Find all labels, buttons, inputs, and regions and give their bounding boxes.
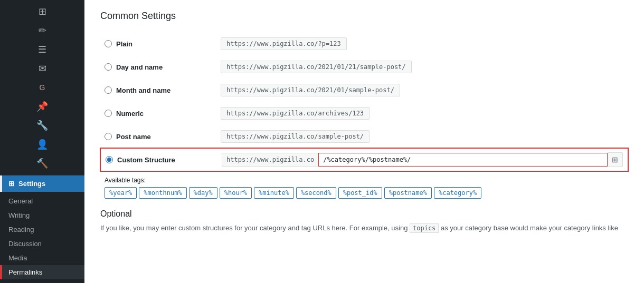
table-row: Month and name https://www.pigzilla.co/2… [100,79,628,102]
custom-structure-radio[interactable] [106,156,113,163]
sidebar-icon-tools[interactable]: 📌 [0,97,84,116]
optional-text: If you like, you may enter custom struct… [100,223,628,234]
available-tags-section: Available tags: %year%%monthnum%%day%%ho… [100,177,628,199]
plain-radio[interactable] [105,40,112,47]
optional-title: Optional [100,209,628,219]
sidebar-icon-wrench[interactable]: 👤 [0,135,84,154]
tag-button[interactable]: %minute% [254,187,294,199]
custom-structure-label[interactable]: Custom Structure [106,156,211,164]
common-settings-title: Common Settings [100,11,628,22]
sidebar-icon-comments[interactable]: ✉ [0,59,84,78]
tag-button[interactable]: %day% [189,187,217,199]
tag-button[interactable]: %monthnum% [139,187,186,199]
tag-button[interactable]: %year% [105,187,137,199]
numeric-option-label[interactable]: Numeric [105,110,212,118]
table-row: Day and name https://www.pigzilla.co/202… [100,55,628,79]
optional-code: topics [410,223,439,233]
custom-url-expand-button[interactable]: ⊞ [608,152,623,167]
post-name-radio[interactable] [105,133,112,140]
table-row: Post name https://www.pigzilla.co/sample… [100,125,628,148]
table-row: Numeric https://www.pigzilla.co/archives… [100,102,628,125]
submenu-general[interactable]: General [0,194,84,208]
settings-menu-item[interactable]: ⊞ Settings [0,175,84,192]
numeric-radio[interactable] [105,110,112,117]
sidebar: ⊞ ✏ ☰ ✉ G 📌 🔧 👤 🔨 ⊞ Settings General Wri… [0,0,84,283]
custom-url-input[interactable] [318,153,608,167]
custom-url-prefix: https://www.pigzilla.co [222,153,318,167]
submenu-writing[interactable]: Writing [0,208,84,222]
table-row: Plain https://www.pigzilla.co/?p=123 [100,32,628,55]
settings-submenu: General Writing Reading Discussion Media… [0,192,84,281]
day-name-url: https://www.pigzilla.co/2021/01/21/sampl… [221,61,412,73]
post-name-url: https://www.pigzilla.co/sample-post/ [221,130,370,143]
tag-button[interactable]: %category% [434,187,481,199]
numeric-url: https://www.pigzilla.co/archives/123 [221,107,370,120]
submenu-media[interactable]: Media [0,251,84,265]
month-name-radio[interactable] [105,86,112,94]
sidebar-icons: ⊞ ✏ ☰ ✉ G 📌 🔧 👤 🔨 [0,0,84,175]
tags-list: %year%%monthnum%%day%%hour%%minute%%seco… [105,187,628,199]
plain-option-label[interactable]: Plain [105,40,212,48]
permalink-options-table: Plain https://www.pigzilla.co/?p=123 Day… [100,32,628,171]
submenu-reading[interactable]: Reading [0,222,84,237]
sidebar-icon-dashboard[interactable]: ⊞ [0,2,84,21]
submenu-discussion[interactable]: Discussion [0,237,84,251]
custom-structure-row: Custom Structure https://www.pigzilla.co… [100,148,628,171]
tag-button[interactable]: %hour% [220,187,252,199]
custom-url-wrapper: https://www.pigzilla.co ⊞ [222,152,623,167]
available-tags-label: Available tags: [105,177,628,184]
main-content: Common Settings Plain https://www.pigzil… [84,0,644,283]
tag-button[interactable]: %post_id% [338,187,382,199]
day-name-option-label[interactable]: Day and name [105,63,212,71]
post-name-option-label[interactable]: Post name [105,133,212,141]
tag-button[interactable]: %postname% [384,187,432,199]
sidebar-icon-plugins[interactable]: G [0,78,84,97]
sidebar-icon-more[interactable]: 🔨 [0,154,84,173]
settings-grid-icon: ⊞ [8,180,14,188]
submenu-permalinks[interactable]: Permalinks [0,265,84,279]
sidebar-icon-posts[interactable]: ✏ [0,21,84,40]
sidebar-icon-pages[interactable]: ☰ [0,40,84,59]
sidebar-icon-users[interactable]: 🔧 [0,116,84,135]
tag-button[interactable]: %second% [296,187,336,199]
plain-url: https://www.pigzilla.co/?p=123 [221,37,347,50]
settings-label: Settings [18,180,45,188]
month-name-option-label[interactable]: Month and name [105,86,212,94]
day-name-radio[interactable] [105,63,112,71]
month-name-url: https://www.pigzilla.co/2021/01/sample-p… [221,84,400,96]
